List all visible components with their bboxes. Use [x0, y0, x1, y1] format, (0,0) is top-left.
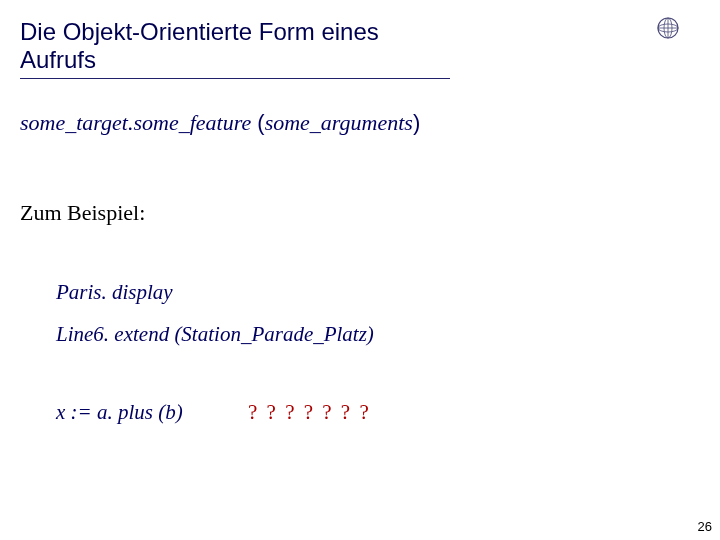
- globe-icon: [656, 16, 680, 40]
- slide: Die Objekt-Orientierte Form eines Aufruf…: [0, 0, 720, 540]
- example-3-row: x := a. plus (b) ? ? ? ? ? ? ?: [56, 400, 371, 425]
- syntax-pattern: some_target.some_feature (some_arguments…: [20, 110, 420, 136]
- page-number: 26: [698, 519, 712, 534]
- example-label: Zum Beispiel:: [20, 200, 145, 226]
- example-1: Paris. display: [56, 280, 173, 305]
- example-2: Line6. extend (Station_Parade_Platz): [56, 322, 374, 347]
- slide-title: Die Objekt-Orientierte Form eines Aufruf…: [20, 18, 450, 79]
- syntax-target: some_target: [20, 110, 128, 135]
- syntax-close-paren: ): [413, 110, 420, 135]
- example-3: x := a. plus (b): [56, 400, 183, 424]
- question-marks: ? ? ? ? ? ? ?: [248, 400, 371, 424]
- syntax-open-paren: (: [251, 110, 264, 135]
- syntax-feature: some_feature: [133, 110, 251, 135]
- syntax-args: some_arguments: [265, 110, 413, 135]
